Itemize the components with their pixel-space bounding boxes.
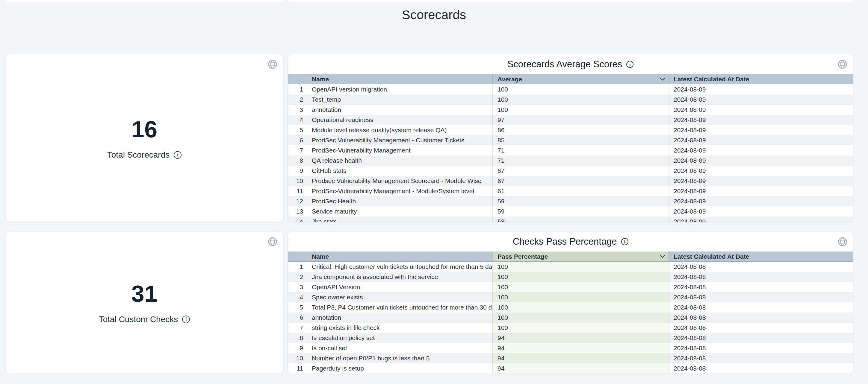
row-date: 2024-08-08	[669, 353, 853, 363]
table-row[interactable]: 3annotation1002024-08-09	[288, 105, 853, 115]
row-date: 2024-08-08	[669, 333, 853, 343]
row-value: 100	[492, 302, 669, 313]
table-row[interactable]: 9GitHub stats672024-08-09	[288, 166, 853, 176]
row-name: GitHub stats	[307, 166, 492, 176]
column-header-value[interactable]: Pass Percentage	[492, 251, 669, 261]
row-name: Jira component is associated with the se…	[307, 272, 492, 282]
row-index: 9	[288, 166, 307, 176]
table-row[interactable]: 12ProdSec Health592024-08-09	[288, 196, 853, 206]
row-date: 2024-08-08	[669, 363, 853, 374]
column-header-name[interactable]: Name	[307, 74, 492, 84]
row-name: Module level release quality(system rele…	[307, 125, 492, 135]
row-date: 2024-08-08	[669, 323, 853, 333]
row-value: 100	[492, 95, 669, 105]
table-title: Checks Pass Percentage	[513, 236, 617, 247]
table-row[interactable]: 7ProdSec-Vulnerability Management712024-…	[288, 145, 853, 155]
row-date: 2024-08-09	[669, 115, 853, 125]
globe-icon[interactable]	[267, 236, 278, 247]
column-header-name[interactable]: Name	[307, 251, 492, 261]
total-custom-checks-card: 31 Total Custom Checks i	[6, 232, 283, 374]
info-icon[interactable]: i	[182, 316, 190, 323]
row-index: 9	[288, 343, 307, 353]
row-name: Jira stats	[307, 216, 492, 222]
row-name: Operational readiness	[307, 115, 492, 125]
table-row[interactable]: 10Prodsec Vulnerability Management Score…	[288, 176, 853, 186]
row-name: ProdSec-Vulnerability Management	[307, 145, 492, 155]
row-name: ProdSec Health	[307, 196, 492, 206]
row-value: 67	[492, 166, 669, 176]
row-value: 100	[492, 292, 669, 302]
row-index: 12	[288, 196, 307, 206]
chevron-down-icon[interactable]	[660, 74, 665, 84]
card-bottom-edge-left	[6, 0, 283, 2]
row-value: 71	[492, 145, 669, 155]
table-row[interactable]: 7string exists in file check1002024-08-0…	[288, 323, 853, 333]
row-value: 86	[492, 125, 669, 135]
table-header-row: Name Average Latest Calculated At Date	[288, 74, 853, 84]
row-name: Prodsec Vulnerability Management Scoreca…	[307, 176, 492, 186]
column-header-value[interactable]: Average	[492, 74, 669, 84]
globe-icon[interactable]	[837, 59, 848, 70]
table-row[interactable]: 4Spec owner exists1002024-08-08	[288, 292, 853, 302]
table-row[interactable]: 2Test_temp1002024-08-09	[288, 95, 853, 105]
row-value: 67	[492, 176, 669, 186]
row-name: Service maturity	[307, 206, 492, 216]
row-date: 2024-08-08	[669, 262, 853, 272]
column-header-date[interactable]: Latest Calculated At Date	[669, 251, 853, 261]
row-date: 2024-08-08	[669, 282, 853, 292]
row-index: 1	[288, 262, 307, 272]
column-header-date[interactable]: Latest Calculated At Date	[669, 74, 853, 84]
row-name: ProdSec-Vulnerability Management - Modul…	[307, 186, 492, 196]
table-row[interactable]: 2Jira component is associated with the s…	[288, 272, 853, 282]
row-value: 59	[492, 196, 669, 206]
table-row[interactable]: 11Pagerduty is setup942024-08-08	[288, 363, 853, 374]
table-row[interactable]: 8QA release health712024-08-09	[288, 155, 853, 166]
table-row[interactable]: 9Is on-call set942024-08-08	[288, 343, 853, 353]
row-date: 2024-08-09	[669, 105, 853, 115]
row-value: 100	[492, 313, 669, 323]
globe-icon[interactable]	[837, 236, 848, 247]
row-name: Spec owner exists	[307, 292, 492, 302]
chevron-down-icon[interactable]	[660, 251, 665, 261]
table-row[interactable]: 6annotation1002024-08-08	[288, 313, 853, 323]
row-date: 2024-08-08	[669, 302, 853, 313]
table-row[interactable]: 13Service maturity592024-08-09	[288, 206, 853, 216]
table-row[interactable]: 11ProdSec-Vulnerability Management - Mod…	[288, 186, 853, 196]
info-icon[interactable]: i	[174, 151, 182, 159]
row-date: 2024-08-09	[669, 155, 853, 166]
total-scorecards-card: 16 Total Scorecards i	[6, 55, 283, 222]
info-icon[interactable]: i	[621, 238, 628, 245]
table-row[interactable]: 10Number of open P0/P1 bugs is less than…	[288, 353, 853, 363]
table-header-row: Name Pass Percentage Latest Calculated A…	[288, 251, 853, 262]
row-index: 11	[288, 186, 307, 196]
row-index: 10	[288, 353, 307, 363]
row-index: 5	[288, 302, 307, 313]
globe-icon[interactable]	[267, 59, 278, 70]
row-value: 94	[492, 343, 669, 353]
row-index: 6	[288, 313, 307, 323]
table-row[interactable]: 3OpenAPI Version1002024-08-08	[288, 282, 853, 292]
table-row[interactable]: 14Jira stats582024-08-09	[288, 216, 853, 222]
row-index: 13	[288, 206, 307, 216]
table-row[interactable]: 5Module level release quality(system rel…	[288, 125, 853, 135]
table-row[interactable]: 8Is escalation policy set942024-08-08	[288, 333, 853, 343]
table-row[interactable]: 1OpenAPI version migration1002024-08-09	[288, 84, 853, 95]
table-row[interactable]: 4Operational readiness972024-08-09	[288, 115, 853, 125]
row-index: 5	[288, 125, 307, 135]
row-date: 2024-08-09	[669, 176, 853, 186]
table-row[interactable]: 5Total P3, P4 Customer vuln tickets unto…	[288, 302, 853, 313]
row-date: 2024-08-09	[669, 196, 853, 206]
row-index: 8	[288, 155, 307, 166]
info-icon[interactable]: i	[626, 61, 633, 68]
table-row[interactable]: 1Critical, High customer vuln tickets un…	[288, 262, 853, 272]
table-row[interactable]: 6ProdSec Vulnerability Management - Cust…	[288, 135, 853, 145]
row-name: string exists in file check	[307, 323, 492, 333]
page-title: Scorecards	[0, 8, 868, 22]
row-index: 2	[288, 272, 307, 282]
row-index: 14	[288, 216, 307, 222]
table-title: Scorecards Average Scores	[507, 59, 622, 70]
row-index: 11	[288, 363, 307, 374]
row-value: 100	[492, 105, 669, 115]
row-value: 94	[492, 363, 669, 374]
row-name: Critical, High customer vuln tickets unt…	[307, 262, 492, 272]
